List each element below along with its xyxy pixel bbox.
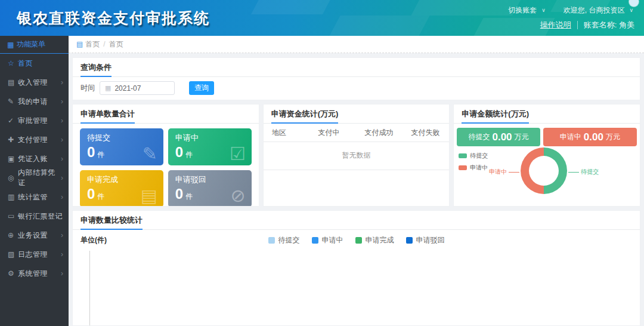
welcome-user-menu[interactable]: 欢迎您, 台商投资区 xyxy=(564,5,625,16)
briefcase-icon: ▣ xyxy=(8,155,18,163)
sidebar-item-label: 统计监管 xyxy=(18,192,61,202)
stat-card-unit: 件 xyxy=(185,192,193,201)
sidebar-item-home[interactable]: ☆ 首页 xyxy=(0,54,69,73)
pencil-icon: ✎ xyxy=(8,97,18,106)
chevron-right-icon: › xyxy=(61,193,63,201)
sidebar-item-log[interactable]: ▧ 日志管理 › xyxy=(0,245,69,264)
time-value: 2021-07 xyxy=(114,84,141,93)
breadcrumb-separator: / xyxy=(103,40,105,48)
legend-label: 申请驳回 xyxy=(416,235,445,245)
comparison-chart-panel: 申请数量比较统计 单位(件) 待提交 申请中 xyxy=(72,210,640,326)
sidebar: ▦ 功能菜单 ☆ 首页 ▤ 收入管理 › ✎ 我的申请 › ✓ 审批管理 › ✚… xyxy=(0,36,69,326)
list-check-icon: ☑ xyxy=(230,143,246,164)
stat-card-applying[interactable]: 申请中 0件 ☑ xyxy=(168,128,252,165)
floating-widget[interactable] xyxy=(629,0,639,7)
chevron-down-icon[interactable]: ∨ xyxy=(629,7,633,13)
button-value: 0.00 xyxy=(584,131,603,143)
sidebar-item-my-applications[interactable]: ✎ 我的申请 › xyxy=(0,92,69,111)
bar-chart-legend: 待提交 申请中 申请完成 申请驳回 xyxy=(73,235,640,245)
sidebar-item-voucher-entry[interactable]: ▣ 凭证入账 › xyxy=(0,149,69,168)
sidebar-item-label: 银行汇票登记 xyxy=(18,211,63,222)
sidebar-item-label: 首页 xyxy=(18,59,63,69)
stat-card-pending[interactable]: 待提交 0件 ✎ xyxy=(80,128,163,165)
sidebar-item-income[interactable]: ▤ 收入管理 › xyxy=(0,73,69,92)
legend-label: 申请中 xyxy=(322,235,343,245)
legend-item[interactable]: 申请完成 xyxy=(355,235,394,245)
header-decoration xyxy=(251,0,333,14)
legend-label: 申请完成 xyxy=(366,235,394,245)
legend-item[interactable]: 申请驳回 xyxy=(406,235,445,245)
pie-label-text: 待提交 xyxy=(581,168,599,176)
chevron-right-icon: › xyxy=(61,231,63,239)
column-header: 地区 xyxy=(264,128,310,138)
bar-chart-icon: ▥ xyxy=(8,193,18,201)
star-icon: ☆ xyxy=(8,59,18,67)
sidebar-item-business-settings[interactable]: ⊕ 业务设置 › xyxy=(0,226,69,245)
button-unit: 万元 xyxy=(515,132,529,142)
breadcrumb-current: 首页 xyxy=(109,39,123,50)
sidebar-item-bank-draft[interactable]: ▭ 银行汇票登记 xyxy=(0,207,69,226)
legend-label: 待提交 xyxy=(278,235,300,245)
page-icon: ▤ xyxy=(76,40,83,48)
sidebar-item-label: 支付管理 xyxy=(18,135,61,145)
app-header: 银农直联资金支付审批系统 切换账套 ∨ 欢迎您, 台商投资区 ∨ 操作说明 账套… xyxy=(0,0,644,36)
pie-label-applying: 申请中 xyxy=(489,168,519,176)
card-icon: ▭ xyxy=(8,212,18,220)
legend-item[interactable]: 待提交 xyxy=(268,235,300,245)
sidebar-item-label: 收入管理 xyxy=(18,78,61,88)
chevron-right-icon: › xyxy=(61,155,63,163)
column-header: 支付成功 xyxy=(357,128,403,138)
stat-card-value: 0 xyxy=(87,186,95,202)
empty-state-text: 暂无数据 xyxy=(264,142,450,170)
app-title: 银农直联资金支付审批系统 xyxy=(17,0,210,36)
chevron-down-icon[interactable]: ∨ xyxy=(541,7,546,13)
sidebar-item-system[interactable]: ⚙ 系统管理 › xyxy=(0,264,69,283)
legend-item[interactable]: 申请中 xyxy=(459,164,488,172)
legend-swatch xyxy=(406,237,413,244)
pie-label-text: 申请中 xyxy=(489,168,507,176)
chevron-right-icon: › xyxy=(61,174,63,182)
stat-card-label: 申请完成 xyxy=(80,170,163,185)
sidebar-item-label: 审批管理 xyxy=(18,116,61,126)
sidebar-menu-header: ▦ 功能菜单 xyxy=(0,36,69,54)
pie-leader-line xyxy=(568,172,579,173)
query-panel-title: 查询条件 xyxy=(73,58,640,77)
legend-item[interactable]: 申请中 xyxy=(312,235,343,245)
edit-document-icon: ✎ xyxy=(143,143,157,164)
comparison-chart-title: 申请数量比较统计 xyxy=(73,211,640,230)
sidebar-item-payment[interactable]: ✚ 支付管理 › xyxy=(0,130,69,149)
button-value: 0.00 xyxy=(492,131,512,143)
search-button[interactable]: 查询 xyxy=(189,81,214,95)
menu-grid-icon: ▦ xyxy=(7,41,14,49)
operation-guide-link[interactable]: 操作说明 xyxy=(540,20,571,30)
applying-amount-button[interactable]: 申请中 0.00 万元 xyxy=(543,128,637,146)
breadcrumb-root[interactable]: 首页 xyxy=(85,39,100,50)
stat-card-unit: 件 xyxy=(185,150,193,159)
time-input[interactable]: ▦ 2021-07 xyxy=(100,81,175,95)
check-icon: ✓ xyxy=(8,116,18,125)
sidebar-item-label: 系统管理 xyxy=(18,269,61,279)
query-panel: 查询条件 时间 ▦ 2021-07 查询 xyxy=(72,57,640,100)
pending-amount-button[interactable]: 待提交 0.00 万元 xyxy=(457,128,540,146)
legend-item[interactable]: 待提交 xyxy=(459,152,488,160)
stat-card-value: 0 xyxy=(175,186,183,202)
legend-swatch xyxy=(268,237,275,244)
switch-account-button[interactable]: 切换账套 xyxy=(508,5,537,16)
chevron-right-icon: › xyxy=(61,116,63,125)
sidebar-item-approval[interactable]: ✓ 审批管理 › xyxy=(0,111,69,130)
legend-label: 待提交 xyxy=(470,152,488,160)
funds-table-title: 申请资金统计(万元) xyxy=(264,104,450,124)
table-header-row: 地区 支付中 支付成功 支付失败 xyxy=(264,124,450,142)
legend-swatch xyxy=(459,153,467,158)
stat-card-rejected[interactable]: 申请驳回 0件 ⊘ xyxy=(168,170,252,207)
sidebar-item-statistics[interactable]: ▥ 统计监管 › xyxy=(0,187,69,207)
divider xyxy=(577,21,578,29)
donut-chart: 待提交 申请中 申请中 xyxy=(454,146,640,207)
sidebar-item-internal-settlement[interactable]: ◎ 内部结算凭证 › xyxy=(0,168,69,187)
amount-stats-title: 申请金额统计(万元) xyxy=(454,104,640,124)
breadcrumb: ▤ 首页 / 首页 xyxy=(69,36,644,53)
target-icon: ◎ xyxy=(8,174,18,182)
stat-card-completed[interactable]: 申请完成 0件 ▤ xyxy=(80,170,163,207)
header-decoration xyxy=(327,16,429,36)
stat-card-value: 0 xyxy=(87,144,95,160)
